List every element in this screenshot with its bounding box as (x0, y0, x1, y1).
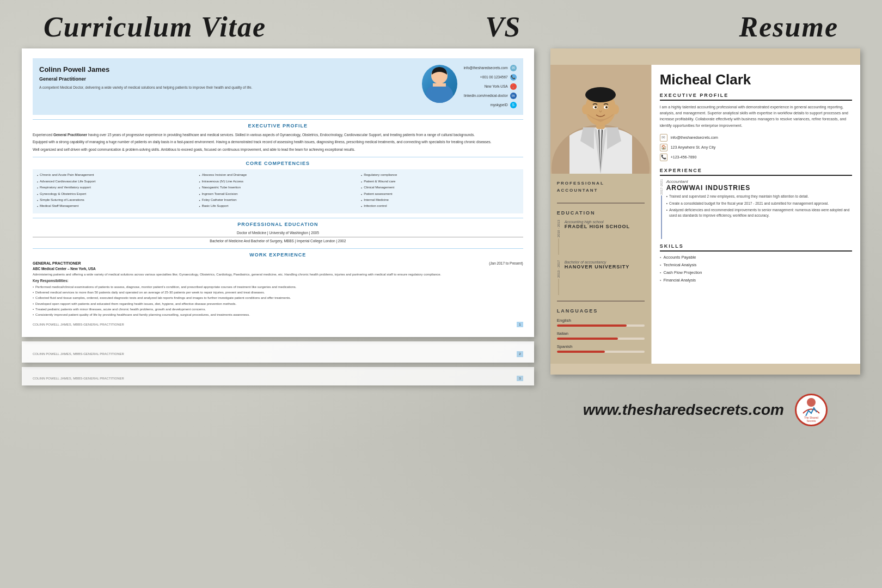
exp-year-text: 2017-2021 (660, 179, 663, 195)
exp-year-bar: 2017-2021 (660, 179, 663, 240)
cv-description: A competent Medical Doctor, delivering a… (39, 85, 415, 90)
comp-item: •Nasogastric Tube Insertion (199, 185, 357, 190)
resume-top-bar (550, 48, 860, 65)
year-text-1: 2010 - 2013 (557, 220, 560, 237)
comp-col-2: •Abscess Incision and Drainage •Intraven… (199, 173, 357, 210)
lang-bar-fill-english (557, 324, 627, 327)
resume-contact-address: 🏠 123 Anywhere St. Any City (660, 144, 852, 151)
work-bullet-2: •Delivered medical services to more than… (33, 290, 523, 295)
brand-logo-text: The SharedSecrets (804, 416, 818, 422)
cv-footer-1: COLINN POWELL JAMES, MBBS-GENERAL PRACTI… (33, 322, 523, 327)
comp-item: •Patient assessment (361, 192, 519, 197)
year-text-2: 2013 - 2017 (557, 260, 560, 278)
resume-page: PROFESSIONAL ACCOUNTANT EDUCATION 2010 -… (550, 48, 860, 375)
exp-company: AROWWAI INDUSTRIES (666, 184, 852, 192)
skype-icon: S (510, 102, 517, 108)
work-desc: Administering patients and offering a wi… (33, 272, 523, 277)
lang-bar-bg-english (557, 324, 645, 327)
resume-edu-item-1: 2010 - 2013 Accounting high school FRADE… (557, 220, 645, 255)
vs-label: VS (486, 11, 520, 43)
work-bullet-3: •Collected fluid and tissue samples, ord… (33, 296, 523, 300)
cv-footer-name: COLINN POWELL JAMES, MBBS-GENERAL PRACTI… (33, 322, 124, 327)
skill-3: • Cash Flow Projection (660, 270, 852, 275)
svg-point-15 (807, 398, 816, 407)
skill-4: • Financial Analysis (660, 278, 852, 283)
comp-item: •Abscess Incision and Drainage (199, 173, 357, 177)
edu-item-1: Doctor of Medicine | University of Washi… (33, 230, 523, 235)
resume-exp-heading: EXPERIENCE (660, 168, 852, 176)
cv-location-text: New York-USA (485, 84, 508, 89)
exp-year-col: 2017-2021 Accountant AROWWAI INDUSTRIES … (660, 179, 852, 240)
work-bullet-1: •Performed medical/clinical examinations… (33, 285, 523, 289)
lang-name-italian: Italian (557, 331, 645, 336)
resume-address-icon: 🏠 (660, 144, 667, 151)
cv-header-left: Colinn Powell James General Practitioner… (39, 65, 415, 108)
cv-page-1: Colinn Powell James General Practitioner… (22, 48, 534, 337)
cv-location: New York-USA 📍 (485, 83, 517, 90)
cv-skype: myskypeID S (491, 102, 517, 108)
comp-item: •Advanced Cardiovascular Life Support (37, 179, 195, 184)
cv-photo (422, 65, 457, 103)
cv-footer-2: COLINN POWELL JAMES, MBBS-GENERAL PRACTI… (33, 351, 523, 357)
resume-name: Micheal Clark (660, 71, 852, 88)
comp-col-3: •Regulatory compliance •Patient & Wound … (361, 173, 519, 210)
cv-email: info@thesharedsecrets.com ✉ (464, 65, 517, 71)
resume-photo (550, 65, 651, 174)
comp-col-1: •Chronic and Acute Pain Management •Adva… (37, 173, 195, 210)
skills-list: • Accounts Payable • Technical Analysis … (660, 255, 852, 283)
lang-bar-bg-spanish (557, 351, 645, 353)
svg-point-12 (605, 106, 608, 108)
brand-logo: The SharedSecrets (795, 394, 828, 426)
year-bar-2: 2013 - 2017 (557, 260, 560, 295)
comp-item: •Patient & Wound care (361, 179, 519, 184)
lang-bar-fill-spanish (557, 351, 605, 353)
work-company: ABC Medical Center – New York, USA (33, 266, 96, 271)
edu-item-2: Bachelor of Medicine And Bachelor of Sur… (33, 238, 523, 243)
year-line-2 (558, 279, 559, 295)
lang-italian: Italian (557, 331, 645, 340)
work-bullet-4: •Developed open rapport with patients an… (33, 302, 523, 306)
key-resp: Key Responsibilities: (33, 278, 523, 283)
year-bar-1: 2010 - 2013 (557, 220, 560, 255)
exec-profile-title: EXECUTIVE PROFILE (33, 119, 523, 130)
cv-page-3: COLINN POWELL JAMES, MBBS-GENERAL PRACTI… (22, 367, 534, 385)
comp-item: •Ingrown Toenail Excision (199, 192, 357, 197)
brand-logo-svg (800, 397, 822, 416)
resume-profile-text: I am a highly talented accounting profes… (660, 104, 852, 128)
cv-linkedin: linkedin.com/medical-doctor in (464, 93, 517, 99)
lang-bar-bg-italian (557, 338, 645, 340)
edu-school-2: HANOVER UNIVERSITY (565, 264, 645, 270)
exp-content: Accountant AROWWAI INDUSTRIES •Trained a… (666, 179, 852, 240)
work-header: GENERAL PRACTITIONER ABC Medical Center … (33, 261, 523, 271)
edu-details-1: Accounting high school FRADEL HIGH SCHOO… (565, 220, 645, 255)
separator (33, 237, 523, 237)
resume-content: PROFESSIONAL ACCOUNTANT EDUCATION 2010 -… (550, 65, 860, 364)
cv-page-2: COLINN POWELL JAMES, MBBS-GENERAL PRACTI… (22, 341, 534, 362)
resume-phone-icon: 📞 (660, 154, 667, 161)
profession-line2: ACCOUNTANT (557, 188, 598, 193)
resume-exec-heading: EXECUTIVE PROFILE (660, 93, 852, 101)
main-content: Colinn Powell James General Practitioner… (0, 48, 882, 445)
resume-address-text: 123 Anywhere St. Any City (671, 145, 716, 149)
resume-photo-svg (550, 65, 651, 174)
comp-item: •Gynecology & Obstetrics Expert (37, 192, 195, 197)
location-icon: 📍 (510, 83, 517, 90)
core-comp-title: CORE COMPETENCIES (33, 157, 523, 167)
page-number-3: 3 (517, 376, 523, 381)
cv-phone-text: +001 00 1234567 (480, 75, 508, 79)
resume-lang-title: LANGUAGES (557, 308, 645, 314)
comp-item: •Chronic and Acute Pain Management (37, 173, 195, 177)
page-number-2: 2 (517, 351, 523, 357)
comp-item: •Intravenous (IV) Line Access (199, 179, 357, 184)
profession-line1: PROFESSIONAL (557, 181, 604, 186)
resume-edu-item-2: 2013 - 2017 Bachelor of accountancy HANO… (557, 260, 645, 295)
work-exp-title: WORK EXPERIENCE (33, 248, 523, 259)
lang-english: English (557, 318, 645, 327)
resume-contact-email: ✉ info@thesharedsecrets.com (660, 134, 852, 142)
linkedin-icon: in (510, 93, 517, 99)
svg-rect-3 (433, 83, 446, 87)
work-date: (Jan 2017 to Present) (489, 261, 523, 271)
resume-email-text: info@thesharedsecrets.com (671, 136, 718, 139)
skill-2: • Technical Analysis (660, 262, 852, 267)
resume-right-col: Micheal Clark EXECUTIVE PROFILE I am a h… (651, 65, 860, 364)
